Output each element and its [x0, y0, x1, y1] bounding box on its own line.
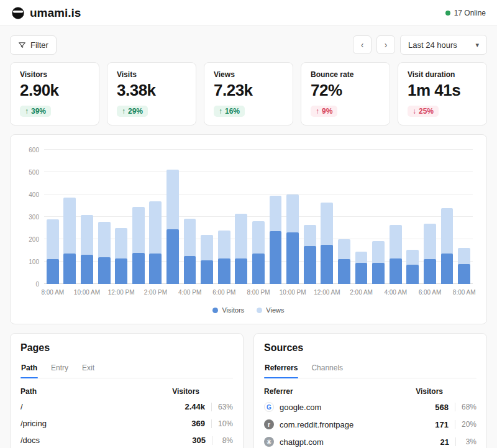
tab-channels[interactable]: Channels: [311, 360, 344, 378]
visitors-bar[interactable]: [390, 258, 402, 284]
brand[interactable]: umami.is: [11, 6, 81, 20]
filter-funnel-icon: [18, 41, 26, 49]
row-label: /docs: [21, 436, 40, 445]
bar-group[interactable]: [404, 150, 421, 284]
visitors-bar[interactable]: [201, 260, 213, 284]
bar-group[interactable]: [267, 150, 285, 284]
bar-group[interactable]: [78, 150, 96, 284]
bar-group[interactable]: [421, 150, 439, 284]
bar-group[interactable]: [353, 150, 370, 284]
legend-item-views[interactable]: Views: [257, 306, 284, 314]
arrow-up-icon: ↑: [316, 107, 319, 116]
metric-value: 7.23k: [214, 81, 283, 100]
reddit-favicon-icon: r: [264, 419, 274, 429]
row-percent: 10%: [211, 419, 233, 428]
table-row[interactable]: /docs3058%: [21, 432, 233, 448]
bar-group[interactable]: [284, 150, 301, 284]
visitors-bar[interactable]: [115, 258, 127, 284]
x-axis-label: 8:00 AM: [41, 289, 64, 296]
visitors-bar[interactable]: [184, 256, 196, 284]
legend-item-visitors[interactable]: Visitors: [212, 306, 244, 314]
bar-group[interactable]: [370, 150, 387, 284]
visitors-bar[interactable]: [286, 232, 299, 284]
table-row[interactable]: /pricing36910%: [21, 415, 233, 432]
table-row[interactable]: Ggoogle.com56868%: [264, 398, 476, 416]
google-favicon-icon: G: [264, 402, 274, 412]
online-count: 17 Online: [454, 9, 486, 17]
arrow-down-icon: ↓: [413, 107, 416, 116]
y-axis-label: 500: [19, 169, 39, 176]
visitors-bar[interactable]: [47, 259, 59, 284]
app-header: umami.is 17 Online: [0, 0, 497, 26]
sources-tabs: ReferrersChannels: [264, 360, 476, 378]
visitors-bar[interactable]: [406, 265, 419, 284]
bar-group[interactable]: [130, 150, 147, 284]
metrics-row: Visitors2.90k↑39%Visits3.38k↑29%Views7.2…: [0, 62, 497, 126]
tab-referrers[interactable]: Referrers: [264, 360, 298, 378]
table-row[interactable]: ✳chatgpt.com213%: [264, 433, 476, 448]
visitors-bar[interactable]: [132, 253, 145, 284]
bar-group[interactable]: [62, 150, 79, 284]
metric-change-badge: ↑39%: [20, 106, 51, 117]
visitors-bar[interactable]: [98, 257, 111, 284]
x-axis: 8:00 AM10:00 AM12:00 PM2:00 PM4:00 PM6:0…: [44, 289, 473, 298]
bar-group[interactable]: [439, 150, 456, 284]
visitors-bar[interactable]: [304, 246, 316, 284]
bar-group[interactable]: [216, 150, 233, 284]
filter-button[interactable]: Filter: [10, 35, 57, 55]
visitors-bar[interactable]: [321, 245, 333, 284]
date-range-select[interactable]: Last 24 hours ▾: [400, 35, 487, 55]
visitors-bar[interactable]: [235, 258, 247, 284]
bar-group[interactable]: [250, 150, 267, 284]
next-period-button[interactable]: ›: [376, 35, 395, 54]
bar-group[interactable]: [198, 150, 216, 284]
bar-group[interactable]: [44, 150, 62, 284]
metric-card-bounce-rate: Bounce rate72%↑9%: [301, 62, 390, 126]
row-percent: 68%: [455, 403, 476, 411]
table-row[interactable]: /2.44k63%: [21, 398, 233, 415]
visitors-bar[interactable]: [149, 254, 162, 284]
bar-group[interactable]: [319, 150, 336, 284]
visitors-bar[interactable]: [270, 231, 282, 284]
bar-group[interactable]: [301, 150, 319, 284]
visitors-bar[interactable]: [424, 259, 436, 284]
tab-entry[interactable]: Entry: [50, 360, 69, 378]
bar-group[interactable]: [147, 150, 165, 284]
bar-group[interactable]: [335, 150, 353, 284]
metric-label: Visit duration: [408, 70, 477, 79]
metric-value: 1m 41s: [408, 81, 477, 100]
visitors-bar[interactable]: [372, 263, 385, 284]
pages-table-body: /2.44k63%/pricing36910%/docs3058%/featur…: [21, 398, 233, 448]
bar-group[interactable]: [181, 150, 199, 284]
visitors-bar[interactable]: [81, 255, 93, 284]
y-axis-label: 0: [19, 281, 39, 288]
visitors-bar[interactable]: [166, 229, 179, 284]
bar-group[interactable]: [112, 150, 130, 284]
table-row[interactable]: rcom.reddit.frontpage17120%: [264, 416, 476, 433]
visitors-bar[interactable]: [441, 254, 454, 284]
metric-value: 3.38k: [117, 81, 186, 100]
legend-dot-icon: [257, 308, 262, 313]
metric-value: 72%: [311, 81, 380, 100]
tab-exit[interactable]: Exit: [81, 360, 95, 378]
tab-path[interactable]: Path: [21, 360, 38, 378]
bar-group[interactable]: [233, 150, 250, 284]
bar-group[interactable]: [455, 150, 473, 284]
visitors-bar[interactable]: [252, 254, 265, 284]
x-axis-label: 12:00 PM: [108, 289, 135, 296]
bar-group[interactable]: [164, 150, 181, 284]
bar-group[interactable]: [96, 150, 113, 284]
x-axis-label: 10:00 PM: [280, 289, 306, 296]
prev-period-button[interactable]: ‹: [353, 35, 372, 54]
visitors-bar[interactable]: [458, 264, 470, 284]
metric-card-visits: Visits3.38k↑29%: [107, 62, 196, 126]
metric-change-badge: ↑16%: [214, 106, 245, 117]
bar-group[interactable]: [387, 150, 404, 284]
visitors-bar[interactable]: [63, 254, 76, 284]
metric-card-visit-duration: Visit duration1m 41s↓25%: [398, 62, 487, 126]
visitors-bar[interactable]: [355, 263, 368, 284]
visitors-bar[interactable]: [338, 259, 350, 284]
visitors-bar[interactable]: [218, 258, 230, 284]
umami-logo-icon: [11, 6, 25, 20]
chart-bars: [44, 150, 473, 284]
